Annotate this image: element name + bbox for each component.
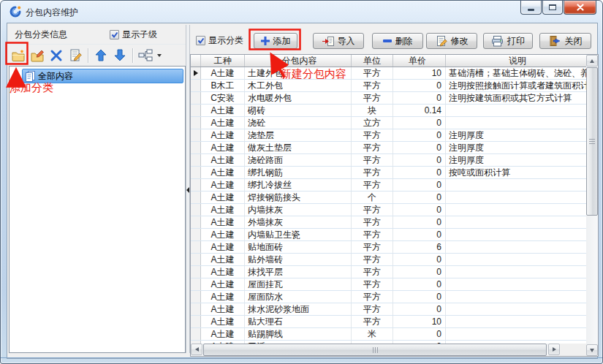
header-job-type[interactable]: 工种 — [201, 55, 245, 67]
row-selector[interactable] — [191, 303, 201, 315]
row-selector[interactable] — [191, 229, 201, 240]
add-category-button[interactable] — [9, 46, 28, 65]
cell-content: 焊接钢筋接头 — [245, 192, 352, 203]
row-selector[interactable] — [191, 80, 201, 91]
table-row[interactable]: A土建土建外包平方10基础清槽；基础主体砌砖、浇砼、养 — [191, 67, 586, 80]
row-selector[interactable] — [191, 154, 201, 166]
import-button-label: 导入 — [338, 35, 355, 48]
cell-unit: 平方 — [352, 216, 393, 228]
table-row[interactable]: A土建内墙贴卫生瓷平方0 — [191, 229, 586, 241]
table-row[interactable]: A土建内墙抹灰平方0 — [191, 204, 586, 216]
table-row[interactable]: A土建焊接钢筋接头个0 — [191, 192, 586, 204]
move-up-button[interactable] — [91, 46, 110, 65]
modify-button[interactable]: 修改 — [426, 33, 477, 49]
table-row[interactable]: A土建绑扎冷拔丝平方0 — [191, 179, 586, 192]
row-selector[interactable] — [191, 266, 201, 278]
cell-unit: 平方 — [352, 67, 393, 79]
show-category-checkbox[interactable] — [196, 36, 205, 45]
layout-dropdown-caret[interactable] — [157, 54, 162, 57]
cell-description — [446, 316, 586, 327]
scroll-up-button[interactable] — [586, 55, 598, 67]
scroll-left-button[interactable] — [191, 344, 202, 355]
rename-category-button[interactable] — [66, 46, 85, 65]
horizontal-scroll-thumb[interactable] — [203, 344, 547, 356]
table-row[interactable]: A土建屋面挂瓦平方0 — [191, 278, 586, 291]
table-row[interactable]: A土建抹找平层平方0 — [191, 266, 586, 278]
row-selector[interactable] — [191, 179, 201, 191]
row-selector[interactable] — [191, 67, 201, 79]
folder-edit-icon — [30, 48, 45, 63]
row-selector[interactable] — [191, 241, 201, 253]
table-row[interactable]: A土建屋面防水平方0 — [191, 291, 586, 303]
scroll-down-button[interactable] — [586, 344, 598, 356]
row-selector[interactable] — [191, 291, 201, 303]
cell-unit-price: 0 — [393, 142, 446, 153]
table-row[interactable]: A土建外墙抹灰平方0 — [191, 216, 586, 229]
table-row[interactable]: A土建浇垫层平方0注明厚度 — [191, 129, 586, 142]
header-selector[interactable] — [191, 55, 201, 67]
cell-content: 做灰土垫层 — [245, 142, 352, 153]
table-row[interactable]: A土建贴大理石平方10 — [191, 316, 586, 328]
header-unit[interactable]: 单位 — [352, 55, 393, 67]
minimize-button[interactable] — [520, 1, 542, 15]
vertical-scroll-thumb[interactable] — [586, 67, 598, 216]
cell-job-type: A土建 — [201, 167, 245, 178]
add-button[interactable]: 添加 — [254, 33, 297, 49]
row-selector[interactable] — [191, 92, 201, 104]
cell-content: 屋面防水 — [245, 291, 352, 303]
table-row[interactable]: A土建抹水泥砂浆地面平方0 — [191, 303, 586, 316]
cell-unit-price: 0 — [393, 80, 446, 91]
row-selector[interactable] — [191, 129, 201, 141]
table-row[interactable]: A土建绑扎钢筋平方0按吨或面积计算 — [191, 167, 586, 179]
delete-category-button[interactable] — [47, 46, 66, 65]
close-button[interactable] — [564, 1, 596, 15]
show-children-checkbox[interactable] — [110, 30, 119, 39]
row-selector[interactable] — [191, 254, 201, 265]
close-window-button[interactable]: 关闭 — [539, 33, 591, 49]
header-description[interactable]: 说明 — [446, 55, 586, 67]
cell-content: 绑扎冷拔丝 — [245, 179, 352, 191]
import-button[interactable]: 导入 — [313, 33, 364, 49]
add-button-label: 添加 — [273, 35, 291, 48]
cell-description: 注明按照接触面计算或者建筑面积计 — [446, 80, 586, 91]
maximize-button[interactable] — [542, 1, 563, 15]
cell-unit-price: 10 — [393, 67, 446, 79]
cell-description — [446, 303, 586, 315]
table-row[interactable]: A土建浇砼路面平方0注明厚度 — [191, 154, 586, 167]
table-row[interactable]: A土建贴外墙砖平方0 — [191, 254, 586, 266]
delete-button[interactable]: 删除 — [372, 33, 423, 49]
edit-category-button[interactable] — [28, 46, 47, 65]
row-selector[interactable] — [191, 278, 201, 290]
category-tree[interactable]: 全部内容 — [9, 66, 186, 353]
table-row[interactable]: B木工木工外包平方0注明按照接触面计算或者建筑面积计 — [191, 80, 586, 92]
header-unit-price[interactable]: 单价 — [393, 55, 446, 67]
print-button[interactable]: 打印 — [483, 33, 533, 49]
close-window-button-label: 关闭 — [565, 35, 583, 48]
cell-job-type: A土建 — [201, 303, 245, 315]
cell-unit-price: 0 — [393, 129, 446, 141]
row-selector[interactable] — [191, 192, 201, 203]
row-selector[interactable] — [191, 105, 201, 116]
row-selector[interactable] — [191, 328, 201, 340]
row-selector[interactable] — [191, 167, 201, 178]
table-row[interactable]: A土建做灰土垫层平方0注明厚度 — [191, 142, 586, 154]
table-row[interactable]: A土建砌砖块0.14 — [191, 105, 586, 117]
table-row[interactable]: A土建贴踢脚线米0 — [191, 328, 586, 341]
row-selector[interactable] — [191, 216, 201, 228]
plus-icon — [261, 37, 270, 45]
row-selector[interactable] — [191, 117, 201, 129]
table-row[interactable]: C安装水电暖外包平方0注明按建筑面积或其它方式计算 — [191, 92, 586, 105]
title-bar[interactable]: 分包内容维护 — [1, 1, 602, 23]
layout-button[interactable] — [136, 46, 155, 65]
move-down-button[interactable] — [110, 46, 129, 65]
row-selector[interactable] — [191, 142, 201, 153]
header-content[interactable]: 分包内容 — [245, 55, 352, 67]
table-row[interactable]: A土建浇砼立方0 — [191, 117, 586, 129]
vertical-scrollbar[interactable] — [586, 55, 598, 356]
collapse-left-icon[interactable] — [186, 187, 189, 193]
table-row[interactable]: A土建贴地面砖平方6 — [191, 241, 586, 254]
scroll-right-button[interactable] — [548, 344, 560, 355]
row-selector[interactable] — [191, 316, 201, 327]
row-selector[interactable] — [191, 204, 201, 216]
horizontal-scrollbar[interactable] — [191, 344, 560, 356]
